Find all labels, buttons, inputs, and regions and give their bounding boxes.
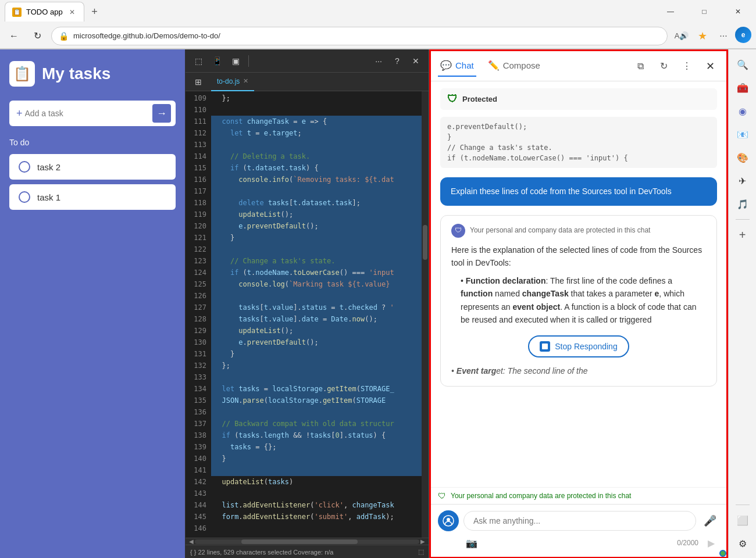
add-task-submit-button[interactable]: → bbox=[152, 104, 171, 123]
sources-tab-close[interactable]: ✕ bbox=[243, 77, 248, 85]
task-item-2[interactable]: task 2 bbox=[9, 154, 176, 180]
stop-responding-button[interactable]: Stop Responding bbox=[528, 335, 629, 357]
refresh-button[interactable]: ↻ bbox=[28, 27, 47, 45]
code-line-136 bbox=[211, 406, 422, 418]
toggle-panel-button[interactable]: ▣ bbox=[227, 53, 244, 69]
todo-app-icon: 📋 bbox=[9, 61, 35, 87]
close-button[interactable]: ✕ bbox=[725, 2, 751, 21]
code-line-135: JSON.parse(localStorage.getItem(STORAGE bbox=[211, 395, 422, 406]
camera-button[interactable]: 📷 bbox=[463, 535, 480, 551]
devtools-toolbar: ⬚ 📱 ▣ ··· ? ✕ bbox=[186, 49, 429, 73]
todo-sidebar: 📋 My tasks + → To do task 2 task 1 bbox=[0, 49, 185, 558]
address-bar[interactable]: 🔒 microsoftedge.github.io/Demos/demo-to-… bbox=[51, 27, 668, 45]
hscroll-left-arrow[interactable]: ◀ bbox=[188, 538, 195, 545]
ai-changetask-bold: changeTask bbox=[522, 289, 569, 298]
copilot-ask-input[interactable] bbox=[463, 511, 696, 531]
code-content[interactable]: }; const changeTask = e => { let t = e.t… bbox=[211, 91, 422, 538]
code-line-118: delete tasks[t.dataset.task]; bbox=[211, 197, 422, 209]
inspect-element-button[interactable]: ⬚ bbox=[190, 53, 206, 69]
copilot-close-button[interactable]: ✕ bbox=[701, 57, 719, 76]
device-emulation-button[interactable]: 📱 bbox=[209, 53, 225, 69]
code-line-112: let t = e.target; bbox=[211, 127, 422, 139]
truncated-code-line-2: } bbox=[447, 132, 710, 142]
task-1-checkbox[interactable] bbox=[19, 191, 30, 203]
toolkit-sidebar-button[interactable]: 🧰 bbox=[732, 77, 753, 98]
task-2-checkbox[interactable] bbox=[19, 161, 30, 173]
hscroll-right-arrow[interactable]: ▶ bbox=[419, 538, 426, 545]
more-button[interactable]: ··· bbox=[714, 27, 733, 45]
devtools-dock-button[interactable]: ⬚ bbox=[418, 548, 424, 556]
code-line-116: console.info(`Removing tasks: ${t.dat bbox=[211, 174, 422, 185]
code-line-121: } bbox=[211, 232, 422, 244]
copilot-sidebar-button[interactable]: ◉ bbox=[732, 101, 753, 121]
edge-profile-icon[interactable]: e bbox=[735, 27, 751, 43]
task-2-label: task 2 bbox=[37, 162, 60, 172]
line-number-133: 133 bbox=[190, 371, 206, 383]
chat-icon: 💬 bbox=[440, 60, 452, 71]
hscroll-track[interactable] bbox=[195, 539, 419, 544]
new-tab-button[interactable]: + bbox=[87, 3, 103, 20]
char-count: 0/2000 bbox=[677, 539, 698, 547]
line-number-135: 135 bbox=[190, 395, 206, 406]
line-number-145: 145 bbox=[190, 511, 206, 523]
line-number-116: 116 bbox=[190, 174, 206, 185]
ai-event-object-bold: event object bbox=[513, 302, 561, 312]
toggle-sidebar-icon-button[interactable]: ⬜ bbox=[732, 510, 753, 531]
toolbar-more: ··· ? ✕ bbox=[370, 53, 424, 69]
add-task-input[interactable] bbox=[25, 109, 152, 118]
code-line-113 bbox=[211, 139, 422, 151]
more-options-button[interactable]: ⋮ bbox=[677, 57, 696, 76]
open-in-new-button[interactable]: ⧉ bbox=[631, 57, 650, 76]
outlook-sidebar-button[interactable]: 📧 bbox=[732, 124, 753, 145]
user-message: Explain these lines of code from the Sou… bbox=[440, 177, 717, 206]
code-line-128: tasks[t.value].date = Date.now(); bbox=[211, 313, 422, 325]
task-item-1[interactable]: task 1 bbox=[9, 184, 176, 210]
mic-button[interactable]: 🎤 bbox=[701, 512, 719, 530]
more-options-button[interactable]: ··· bbox=[370, 53, 387, 69]
protected-label: Protected bbox=[462, 95, 497, 103]
horizontal-scrollbar[interactable]: ◀ ▶ bbox=[186, 538, 429, 545]
copilot-avatar-button[interactable] bbox=[438, 510, 459, 531]
hscroll-thumb[interactable] bbox=[241, 539, 358, 544]
url-text: microsoftedge.github.io/Demos/demo-to-do… bbox=[73, 31, 220, 40]
spotify-sidebar-button[interactable]: 🎵 bbox=[732, 194, 753, 214]
minimize-button[interactable]: — bbox=[657, 2, 684, 21]
extension2-sidebar-button[interactable]: ✈ bbox=[732, 170, 753, 191]
help-button[interactable]: ? bbox=[389, 53, 405, 69]
code-scrollbar[interactable] bbox=[422, 91, 429, 538]
copilot-chat-tab[interactable]: 💬 Chat bbox=[438, 55, 476, 77]
settings-sidebar-button[interactable]: ⚙ bbox=[732, 533, 753, 554]
line-number-128: 128 bbox=[190, 313, 206, 325]
code-line-140: } bbox=[211, 453, 422, 464]
compose-icon: ✏️ bbox=[488, 60, 500, 71]
copilot-header: 💬 Chat ✏️ Compose ⧉ ↻ ⋮ ✕ bbox=[431, 51, 726, 81]
favorites-button[interactable]: ★ bbox=[693, 27, 712, 45]
copilot-compose-tab[interactable]: ✏️ Compose bbox=[486, 55, 543, 77]
line-number-126: 126 bbox=[190, 290, 206, 302]
tab-close-button[interactable]: ✕ bbox=[67, 8, 77, 17]
code-scrollbar-thumb[interactable] bbox=[423, 225, 427, 260]
code-line-115: if (t.dataset.task) { bbox=[211, 162, 422, 174]
code-line-146 bbox=[211, 523, 422, 534]
sources-tab-file[interactable]: to-do.js ✕ bbox=[211, 73, 254, 91]
copilot-avatar-icon bbox=[443, 515, 454, 527]
code-line-130: e.preventDefault(); bbox=[211, 337, 422, 348]
extension1-sidebar-button[interactable]: 🎨 bbox=[732, 147, 753, 168]
code-line-131: } bbox=[211, 348, 422, 360]
ai-event-target-bold: Event targ bbox=[457, 366, 496, 375]
devtools-close-button[interactable]: ✕ bbox=[408, 53, 424, 69]
line-number-134: 134 bbox=[190, 383, 206, 395]
protection-shield-icon: 🛡 bbox=[438, 491, 446, 500]
line-number-137: 137 bbox=[190, 418, 206, 430]
line-number-125: 125 bbox=[190, 278, 206, 290]
active-tab[interactable]: 📋 TODO app ✕ bbox=[5, 2, 84, 22]
maximize-button[interactable]: □ bbox=[691, 2, 718, 21]
back-button[interactable]: ← bbox=[5, 27, 23, 45]
toggle-sidebar-button[interactable]: ⊞ bbox=[190, 74, 206, 90]
search-sidebar-button[interactable]: 🔍 bbox=[732, 54, 753, 75]
add-sidebar-button[interactable]: + bbox=[732, 224, 753, 245]
read-aloud-button[interactable]: A🔊 bbox=[672, 27, 691, 45]
send-button[interactable]: ▶ bbox=[703, 535, 719, 551]
refresh-chat-button[interactable]: ↻ bbox=[654, 57, 673, 76]
ai-bullet-2-partial: • Event target: The second line of the bbox=[451, 364, 706, 377]
